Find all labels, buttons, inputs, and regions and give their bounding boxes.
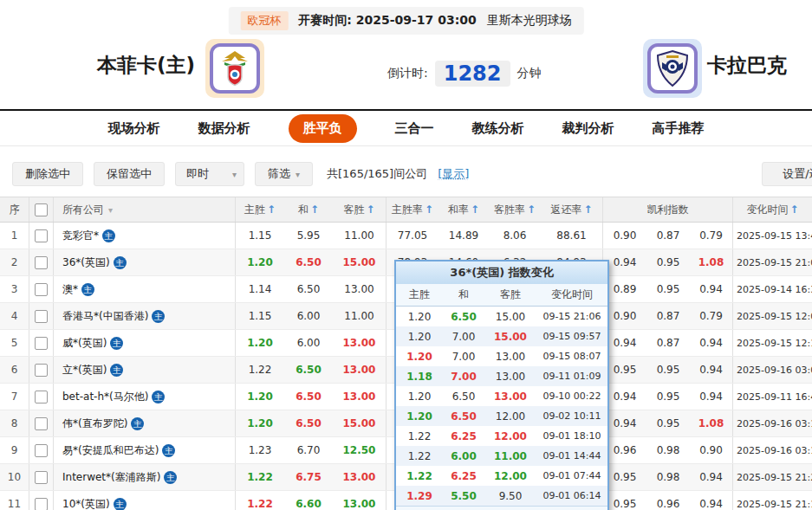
- change-time: 2025-09-16 03:08: [733, 357, 812, 383]
- row-checkbox[interactable]: [35, 498, 48, 510]
- company-name[interactable]: 10*(英国): [62, 497, 110, 510]
- odds-home[interactable]: 1.22: [236, 357, 284, 383]
- odds-away[interactable]: 11.00: [333, 223, 387, 249]
- header-home-rate[interactable]: 主胜率↑: [387, 197, 438, 222]
- company-name[interactable]: 竞彩官*: [62, 229, 99, 243]
- row-checkbox[interactable]: [35, 391, 48, 403]
- keep-selected-button[interactable]: 保留选中: [94, 162, 165, 186]
- odds-home[interactable]: 1.20: [236, 330, 284, 356]
- odds-home[interactable]: 1.15: [236, 223, 284, 249]
- header-change-time[interactable]: 变化时间↑: [733, 197, 812, 222]
- company-name[interactable]: 易*(安提瓜和巴布达): [62, 443, 159, 458]
- odds-home[interactable]: 1.20: [236, 410, 284, 436]
- odds-draw[interactable]: 6.50: [284, 410, 333, 436]
- company-cell: 立*(英国)主: [54, 357, 236, 383]
- company-name[interactable]: Interwet*(塞浦路斯): [62, 470, 160, 485]
- company-name[interactable]: 36*(英国): [62, 255, 110, 270]
- odds-draw[interactable]: 6.70: [284, 437, 333, 463]
- time-filter-select[interactable]: 即时 ▾: [175, 162, 244, 186]
- row-checkbox[interactable]: [35, 444, 48, 457]
- odds-draw[interactable]: 6.50: [284, 357, 333, 383]
- tab-live[interactable]: 现场分析: [108, 120, 160, 137]
- odds-away[interactable]: 12.50: [333, 437, 387, 463]
- tab-wdl[interactable]: 胜平负: [289, 114, 357, 143]
- odds-home[interactable]: 1.20: [236, 384, 284, 410]
- odds-away[interactable]: 15.00: [333, 410, 387, 436]
- odds-away[interactable]: 13.00: [333, 357, 387, 383]
- nav-bottom-divider: [0, 145, 812, 146]
- odds-draw[interactable]: 5.95: [284, 223, 333, 249]
- header-home-odds[interactable]: 主胜↑: [236, 197, 284, 222]
- tab-three-in-one[interactable]: 三合一: [395, 120, 434, 137]
- row-checkbox[interactable]: [35, 256, 48, 269]
- company-name[interactable]: 立*(英国): [62, 363, 107, 378]
- odds-draw[interactable]: 6.60: [284, 491, 333, 510]
- odds-draw[interactable]: 6.50: [284, 384, 333, 410]
- tab-experts[interactable]: 高手推荐: [653, 120, 705, 137]
- company-name[interactable]: 香港马*(中国香港): [62, 309, 148, 324]
- tab-referee[interactable]: 裁判分析: [562, 120, 614, 137]
- popup-change-time: 09-15 08:07: [536, 346, 607, 366]
- row-checkbox-cell: [29, 276, 54, 302]
- popup-row: 1.207.0015.0009-15 09:57: [396, 326, 607, 346]
- odds-home[interactable]: 1.15: [236, 303, 284, 329]
- row-checkbox[interactable]: [35, 337, 48, 350]
- tab-coach[interactable]: 教练分析: [472, 120, 524, 137]
- kelly-index: 0.94: [603, 410, 646, 436]
- header-return-rate[interactable]: 返还率↑: [541, 197, 603, 222]
- delete-selected-button[interactable]: 删除选中: [12, 162, 83, 186]
- sort-asc-icon: ↑: [310, 203, 319, 216]
- filter-button[interactable]: 筛选 ▾: [255, 162, 313, 186]
- company-name[interactable]: 澳*: [62, 282, 78, 297]
- odds-draw[interactable]: 6.50: [284, 276, 333, 302]
- odds-away[interactable]: 11.00: [333, 303, 387, 329]
- header-draw-odds[interactable]: 和↑: [284, 197, 333, 222]
- header-company[interactable]: 所有公司 ▾: [54, 197, 236, 222]
- row-checkbox[interactable]: [35, 283, 48, 296]
- row-checkbox[interactable]: [35, 471, 48, 484]
- row-checkbox[interactable]: [35, 417, 48, 430]
- primary-badge: 主: [110, 337, 123, 350]
- odds-away[interactable]: 13.00: [333, 330, 387, 356]
- odds-away[interactable]: 13.00: [333, 384, 387, 410]
- sort-asc-icon: ↑: [425, 203, 433, 216]
- row-checkbox[interactable]: [35, 229, 48, 242]
- odds-draw[interactable]: 6.75: [284, 464, 333, 490]
- odds-draw[interactable]: 6.00: [284, 303, 333, 329]
- change-time: 2025-09-11 16:44: [733, 384, 812, 410]
- row-checkbox-cell: [29, 330, 54, 356]
- odds-away[interactable]: 13.00: [333, 464, 387, 490]
- odds-draw[interactable]: 6.50: [284, 249, 333, 275]
- odds-away[interactable]: 13.00: [333, 276, 387, 302]
- popup-change-time: 09-15 21:06: [536, 307, 607, 326]
- row-checkbox[interactable]: [35, 364, 48, 377]
- kelly-index: 0.94: [603, 249, 646, 275]
- odds-home[interactable]: 1.22: [236, 491, 284, 510]
- select-all-checkbox[interactable]: [35, 203, 48, 216]
- tab-data[interactable]: 数据分析: [198, 120, 250, 137]
- company-name[interactable]: bet-at-h*(马尔他): [62, 390, 148, 404]
- popup-draw-odds: 6.00: [443, 446, 484, 466]
- settings-restore-button[interactable]: 设置/还: [762, 162, 812, 186]
- company-count-text: 共[165/165]间公司: [327, 166, 427, 182]
- company-name[interactable]: 伟*(直布罗陀): [62, 416, 127, 431]
- kelly-index: 0.79: [690, 223, 733, 249]
- popup-change-time: 09-10 00:22: [536, 386, 607, 406]
- header-draw-rate[interactable]: 和率↑: [438, 197, 489, 222]
- popup-draw-odds: 7.00: [443, 366, 484, 386]
- draw-rate: 14.89: [438, 223, 489, 249]
- odds-home[interactable]: 1.20: [236, 249, 284, 275]
- kelly-index: 0.94: [603, 384, 646, 410]
- odds-home[interactable]: 1.22: [236, 464, 284, 490]
- odds-home[interactable]: 1.14: [236, 276, 284, 302]
- odds-away[interactable]: 13.00: [333, 491, 387, 510]
- show-link[interactable]: [显示]: [438, 166, 469, 182]
- header-away-rate[interactable]: 客胜率↑: [489, 197, 541, 222]
- row-checkbox[interactable]: [35, 310, 48, 323]
- company-name[interactable]: 威*(英国): [62, 336, 107, 351]
- odds-away[interactable]: 15.00: [333, 249, 387, 275]
- odds-home[interactable]: 1.23: [236, 437, 284, 463]
- odds-draw[interactable]: 6.00: [284, 330, 333, 356]
- header-away-odds[interactable]: 客胜↑: [333, 197, 387, 222]
- kelly-index: 0.95: [646, 384, 690, 410]
